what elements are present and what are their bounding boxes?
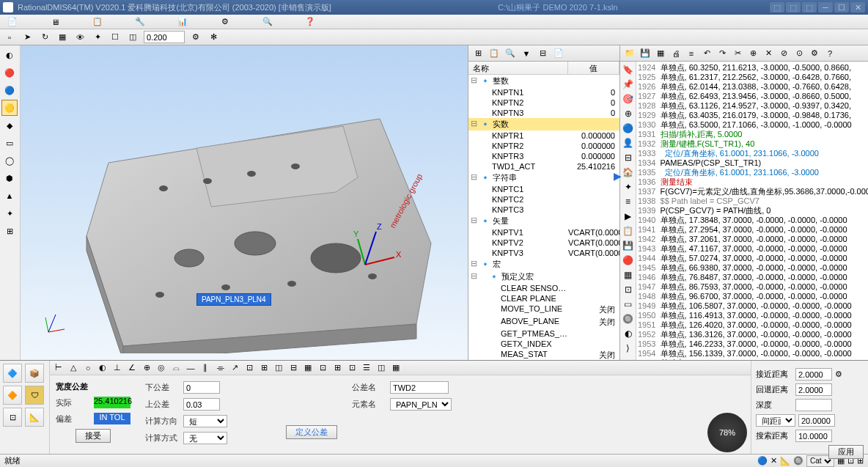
accept-button[interactable]: 接受 xyxy=(76,429,111,443)
bi-2[interactable]: 📦 xyxy=(25,364,44,383)
tol-1[interactable]: ⊢ xyxy=(53,362,65,374)
tb-box[interactable]: ◫ xyxy=(126,31,139,44)
lt-2[interactable]: 🔴 xyxy=(1,65,18,81)
tree-item[interactable]: KNPTR30.000000 xyxy=(468,151,619,161)
calcdir-select[interactable]: 短 xyxy=(183,415,227,427)
ct-6[interactable]: 👤 xyxy=(622,136,635,150)
calcmeth-select[interactable]: 无 xyxy=(183,432,227,444)
ct-8[interactable]: 🏠 xyxy=(622,166,635,179)
menu-icon-5[interactable]: 📊 xyxy=(176,15,189,29)
tol-7[interactable]: ⊕ xyxy=(141,362,152,374)
lt-7[interactable]: ◯ xyxy=(1,152,18,169)
tree-item[interactable]: KNPTC2 xyxy=(468,194,619,205)
rh-11[interactable]: ⊘ xyxy=(777,47,790,60)
ct-18[interactable]: 🔘 xyxy=(622,312,635,326)
lt-8[interactable]: ⬢ xyxy=(1,170,18,186)
tb-gear[interactable]: ⚙ xyxy=(189,31,202,44)
ct-19[interactable]: ◐ xyxy=(622,327,635,340)
ct-5[interactable]: 🔵 xyxy=(622,122,635,135)
rh-14[interactable]: ? xyxy=(823,47,836,60)
tree-item[interactable]: KNPTN30 xyxy=(468,108,619,118)
tree-group[interactable]: ⊟🔹 整数 xyxy=(468,75,619,87)
rh-8[interactable]: ✂ xyxy=(731,47,744,60)
menu-icon-6[interactable]: ⚙ xyxy=(218,15,232,29)
rh-2[interactable]: 💾 xyxy=(639,47,652,60)
lt-9[interactable]: ▲ xyxy=(1,188,18,204)
rh-12[interactable]: ⊙ xyxy=(792,47,806,60)
mh-5[interactable]: ⊟ xyxy=(536,47,549,60)
tree-item[interactable]: TWD1_ACT25.410216 xyxy=(468,161,619,172)
mh-6[interactable]: 📄 xyxy=(552,47,565,60)
lt-1[interactable]: ◐ xyxy=(1,47,18,63)
tree-item[interactable]: ABOVE_PLANE关闭 xyxy=(468,316,619,328)
bi-4[interactable]: 🛡 xyxy=(25,386,44,405)
bi-6[interactable]: 📐 xyxy=(25,408,44,427)
tol-11[interactable]: ∥ xyxy=(199,362,211,374)
tree-item[interactable]: GET_PTMEAS_AT xyxy=(468,328,619,339)
btn-b[interactable]: ⬚ xyxy=(786,2,801,12)
tol-16[interactable]: ◫ xyxy=(273,362,284,374)
ct-20[interactable]: ⟩ xyxy=(622,342,635,355)
ct-13[interactable]: 💾 xyxy=(622,239,635,252)
search-input[interactable] xyxy=(795,430,832,442)
menu-icon-8[interactable]: ❓ xyxy=(304,15,317,29)
define-tol-button[interactable]: 定义公差 xyxy=(286,425,337,439)
ct-2[interactable]: 📌 xyxy=(622,78,635,91)
tol-9[interactable]: ⌓ xyxy=(170,362,182,374)
ct-7[interactable]: ⊟ xyxy=(622,151,635,164)
gap-select[interactable]: 间距面 xyxy=(756,414,795,427)
ct-9[interactable]: ✦ xyxy=(622,180,635,194)
tree-item[interactable]: MEAS_STAT关闭 xyxy=(468,349,619,360)
code-editor[interactable]: 1924 单独点, 60.3250, 211.6213, -3.0000, -0… xyxy=(636,62,868,360)
tree-item[interactable]: KNPTC1 xyxy=(468,184,619,194)
tb-eye[interactable]: 👁 xyxy=(73,31,87,44)
depth-input[interactable] xyxy=(795,399,832,411)
apply-button[interactable]: 应用 xyxy=(828,445,864,459)
tol-19[interactable]: ⊡ xyxy=(317,362,328,374)
rh-13[interactable]: ⚙ xyxy=(808,47,821,60)
ct-1[interactable]: 🔖 xyxy=(622,63,635,76)
mh-2[interactable]: 📋 xyxy=(488,47,501,60)
tree-item[interactable]: KNPTV1VCART(0.0000, xyxy=(468,227,619,238)
tol-22[interactable]: ☰ xyxy=(361,362,372,374)
elemname-select[interactable]: PAPN_PLN3_ xyxy=(390,398,452,411)
lt-4-selected[interactable]: 🟡 xyxy=(1,100,18,116)
menu-icon-2[interactable]: 🖥 xyxy=(48,15,62,29)
lt-10[interactable]: ✦ xyxy=(1,205,18,221)
variable-tree[interactable]: ⊟🔹 整数KNPTN10KNPTN20KNPTN30⊟🔹 实数KNPTR10.0… xyxy=(468,75,619,360)
tolname-input[interactable] xyxy=(390,381,449,394)
maximize-button[interactable]: ☐ xyxy=(834,2,849,12)
menu-icon-7[interactable]: 🔍 xyxy=(261,15,274,29)
ct-12[interactable]: 📋 xyxy=(622,224,635,238)
tree-item[interactable]: MOVE_TO_LINE关闭 xyxy=(468,304,619,316)
tree-col-val[interactable]: 值 xyxy=(568,62,619,74)
close-button[interactable]: ✕ xyxy=(850,2,865,12)
tol-10[interactable]: — xyxy=(185,362,196,374)
tol-8[interactable]: ◎ xyxy=(155,362,167,374)
lowtol-input[interactable] xyxy=(183,381,220,394)
tol-13[interactable]: ↗ xyxy=(229,362,240,374)
tb-refresh[interactable]: ↻ xyxy=(38,31,51,44)
tb-sel[interactable]: ☐ xyxy=(108,31,122,44)
ct-4[interactable]: ⊕ xyxy=(622,107,635,120)
rh-5[interactable]: ≡ xyxy=(685,47,698,60)
tree-group[interactable]: ⊟🔹 实数 xyxy=(468,118,619,130)
uptol-input[interactable] xyxy=(183,398,220,411)
tree-group[interactable]: ⊟🔹 预定义宏 xyxy=(468,271,619,283)
ct-15[interactable]: ▦ xyxy=(622,268,635,282)
tree-group[interactable]: ⊟🔹 宏 xyxy=(468,258,619,271)
ct-10[interactable]: ≡ xyxy=(622,195,635,208)
tree-item[interactable]: KNPTV3VCART(0.0000, xyxy=(468,248,619,258)
tree-item[interactable]: KNPTC3 xyxy=(468,205,619,215)
gear-icon[interactable]: ⚙ xyxy=(835,369,842,379)
rh-9[interactable]: ⊕ xyxy=(746,47,760,60)
tb-value[interactable] xyxy=(144,31,185,43)
tol-17[interactable]: ⊟ xyxy=(287,362,299,374)
tree-item[interactable]: KNPTR20.000000 xyxy=(468,141,619,151)
tol-15[interactable]: ⊞ xyxy=(258,362,270,374)
tree-group[interactable]: ⊟🔹 矢量 xyxy=(468,215,619,227)
mh-3[interactable]: 🔍 xyxy=(504,47,517,60)
mh-filter-icon[interactable]: ▼ xyxy=(520,47,533,60)
tol-24[interactable]: ▦ xyxy=(390,362,402,374)
tb-axis[interactable]: ✦ xyxy=(91,31,104,44)
